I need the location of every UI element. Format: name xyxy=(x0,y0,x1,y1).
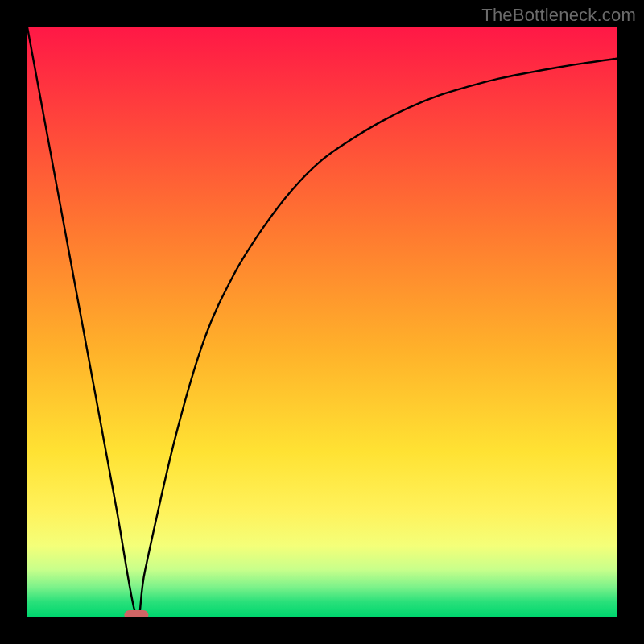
min-marker xyxy=(124,610,148,617)
chart-svg xyxy=(27,27,617,617)
chart-frame: TheBottleneck.com xyxy=(0,0,644,644)
svg-rect-0 xyxy=(124,610,148,617)
plot-area xyxy=(27,27,617,617)
bottleneck-curve xyxy=(27,27,617,617)
attribution-text: TheBottleneck.com xyxy=(481,5,636,26)
